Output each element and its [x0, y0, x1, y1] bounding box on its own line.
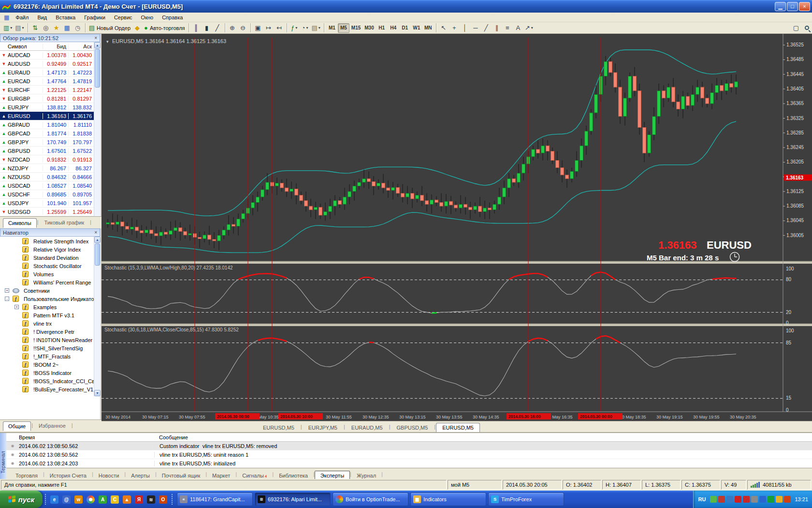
timeframe-M30[interactable]: M30	[362, 23, 376, 33]
indicators-list-button[interactable]: ƒ▾	[289, 23, 300, 33]
tray-icon-agent[interactable]	[710, 496, 717, 503]
chart-tab-4[interactable]: GBPUSD,M5	[391, 423, 434, 432]
zoom-in-button[interactable]: ⊕	[227, 23, 238, 33]
start-button[interactable]: пуск	[0, 491, 43, 508]
symbol-row-EURCHF[interactable]: ▼EURCHF1.221251.22147	[0, 86, 94, 94]
tray-icon-flash[interactable]	[784, 496, 791, 503]
symbol-row-AUDCAD[interactable]: ▼AUDCAD1.003781.00430	[0, 51, 94, 60]
cursor-tool-button[interactable]: ↖	[438, 23, 449, 33]
expand-icon-button[interactable]: ▢	[791, 23, 801, 33]
market-watch-close-icon[interactable]: ×	[94, 35, 97, 41]
maximize-button[interactable]: □	[787, 2, 798, 11]
bar-chart-mode-button[interactable]: ║	[191, 23, 202, 33]
column-time[interactable]: Время	[19, 434, 154, 440]
profiles-button[interactable]: ▤▾	[14, 23, 25, 33]
market-watch-scrollbar[interactable]: ▲ ▼	[94, 42, 101, 224]
templates-button[interactable]: ▤▾	[310, 23, 322, 33]
timeframe-D1[interactable]: D1	[399, 23, 411, 33]
tray-icon-bluetooth[interactable]	[759, 496, 766, 503]
market-watch-toggle-button[interactable]: ⇅	[30, 23, 41, 33]
tray-icon-audio[interactable]	[751, 496, 758, 503]
task-button-2[interactable]: ≋6932176: Alpari Limit...	[255, 493, 331, 506]
symbol-row-GBPAUD[interactable]: ▲GBPAUD1.810401.81110	[0, 120, 94, 129]
column-ask[interactable]: Аск	[68, 44, 94, 49]
vline-tool-button[interactable]: │	[460, 23, 470, 33]
mt4-icon[interactable]: ≋	[147, 495, 155, 504]
tray-icon-na[interactable]	[718, 496, 725, 503]
vlc-icon[interactable]: ▲	[123, 495, 131, 504]
tray-icon-network[interactable]	[726, 496, 733, 503]
chart-window[interactable]: 10080200100851501.365251.364851.364451.3…	[102, 34, 812, 421]
periods-list-button[interactable]: ◔▾	[300, 23, 310, 33]
task-button-3[interactable]: Войти в OptionTrade...	[333, 493, 408, 506]
task-button-1[interactable]: «1186417: GrandCapit...	[177, 493, 253, 506]
symbol-row-AUDUSD[interactable]: ▼AUDUSD0.924990.92517	[0, 60, 94, 68]
symbol-row-GBPJPY[interactable]: ▲GBPJPY170.749170.797	[0, 138, 94, 147]
ie-icon[interactable]: e	[50, 495, 58, 504]
menu-item-Справка[interactable]: Справка	[158, 14, 187, 21]
trendline-tool-button[interactable]: ╱	[481, 23, 492, 33]
minimize-button[interactable]: ▁	[775, 2, 786, 11]
new-order-button[interactable]: ▤Новый Ордер	[87, 23, 132, 33]
crosshair-tool-button[interactable]: +	[449, 23, 460, 33]
menu-item-Сервис[interactable]: Сервис	[110, 14, 137, 21]
symbol-row-NZDUSD[interactable]: ▲NZDUSD0.846320.84666	[0, 173, 94, 181]
journal-row[interactable]: ◉2014.06.02 13:08:50.562vline trx EURUSD…	[6, 450, 812, 459]
symbol-row-GBPUSD[interactable]: ▲GBPUSD1.675011.67522	[0, 147, 94, 155]
zoom-out-button[interactable]: ⊖	[238, 23, 248, 33]
timeframe-M15[interactable]: M15	[349, 23, 362, 33]
comodo-icon[interactable]: C	[111, 495, 119, 504]
symbol-row-EURGBP[interactable]: ▼EURGBP0.812810.81297	[0, 94, 94, 103]
timeframe-H1[interactable]: H1	[376, 23, 388, 33]
auto-trading-button[interactable]: ●Авто-торговля	[143, 23, 187, 33]
timeframe-M5[interactable]: M5	[338, 23, 349, 33]
strategy-tester-button[interactable]: ◷	[72, 23, 83, 33]
menu-item-Вставка[interactable]: Вставка	[51, 14, 80, 21]
journal-row[interactable]: ◉2014.06.02 13:08:24.203vline trx EURUSD…	[6, 459, 812, 468]
expand-toggle-icon[interactable]: +	[5, 288, 9, 293]
mail-icon[interactable]: @	[62, 495, 71, 504]
chart-tab-3[interactable]: EURAUD,M5	[346, 423, 389, 432]
close-button[interactable]: ×	[799, 2, 810, 11]
navigator-close-icon[interactable]: ×	[94, 230, 97, 235]
arrows-tool-button[interactable]: ↗▾	[523, 23, 535, 33]
symbol-row-EURCAD[interactable]: ▲EURCAD1.477641.47819	[0, 77, 94, 86]
opera-icon[interactable]: O	[159, 495, 167, 504]
language-indicator[interactable]: RU	[698, 496, 706, 502]
expand-toggle-icon[interactable]: -	[5, 297, 9, 301]
winamp-icon[interactable]: w	[74, 495, 83, 504]
navigator-tab-2[interactable]: Избранное	[33, 421, 71, 431]
task-button-4[interactable]: ▆Indicators	[410, 493, 486, 506]
symbol-row-GBPCAD[interactable]: ▲GBPCAD1.817741.81838	[0, 129, 94, 138]
symbol-row-USDSGD[interactable]: ▼USDSGD1.255991.25649	[0, 208, 94, 216]
symbol-row-NZDJPY[interactable]: ▲NZDJPY86.26786.327	[0, 164, 94, 173]
line-chart-mode-button[interactable]: ╱	[212, 23, 223, 33]
chart-tab-5[interactable]: EURUSD,M5	[436, 423, 480, 433]
menu-item-Графики[interactable]: Графики	[80, 14, 110, 21]
hline-tool-button[interactable]: ─	[470, 23, 481, 33]
column-message[interactable]: Сообщение	[154, 434, 188, 440]
symbol-row-EURUSD[interactable]: ▲EURUSD1.361631.36176	[0, 112, 94, 120]
symbol-row-EURAUD[interactable]: ▲EURAUD1.471731.47223	[0, 68, 94, 77]
chart-tab-1[interactable]: EURUSD,M5	[257, 423, 300, 432]
data-window-button[interactable]: ◎	[41, 23, 51, 33]
text-tool-button[interactable]: A	[513, 23, 523, 33]
metaeditor-button[interactable]: ◆	[132, 23, 143, 33]
candle-chart-mode-button[interactable]: ▮	[202, 23, 212, 33]
navigator-tab-1[interactable]: Общие	[3, 421, 31, 431]
symbol-row-USDJPY[interactable]: ▲USDJPY101.940101.957	[0, 199, 94, 208]
symbol-row-NZDCAD[interactable]: ▼NZDCAD0.918320.91913	[0, 155, 94, 164]
timeframe-H4[interactable]: H4	[388, 23, 399, 33]
market-watch-tab-2[interactable]: Тиковый график	[39, 218, 89, 227]
chart-tab-2[interactable]: EURJPY,M5	[303, 423, 343, 432]
column-bid[interactable]: Бид	[43, 44, 68, 49]
timeframe-W1[interactable]: W1	[411, 23, 422, 33]
symbol-row-USDCAD[interactable]: ▲USDCAD1.085271.08540	[0, 181, 94, 190]
navigator-toggle-button[interactable]: ★	[51, 23, 62, 33]
search-icon-button[interactable]	[801, 23, 812, 33]
column-symbol[interactable]: Символ	[0, 44, 43, 49]
fibo-tool-button[interactable]: ≡	[502, 23, 513, 33]
terminal-toggle-button[interactable]: ▦	[62, 23, 72, 33]
lingvo-icon[interactable]: A	[99, 495, 107, 504]
symbol-row-EURJPY[interactable]: ▲EURJPY138.812138.832	[0, 103, 94, 112]
